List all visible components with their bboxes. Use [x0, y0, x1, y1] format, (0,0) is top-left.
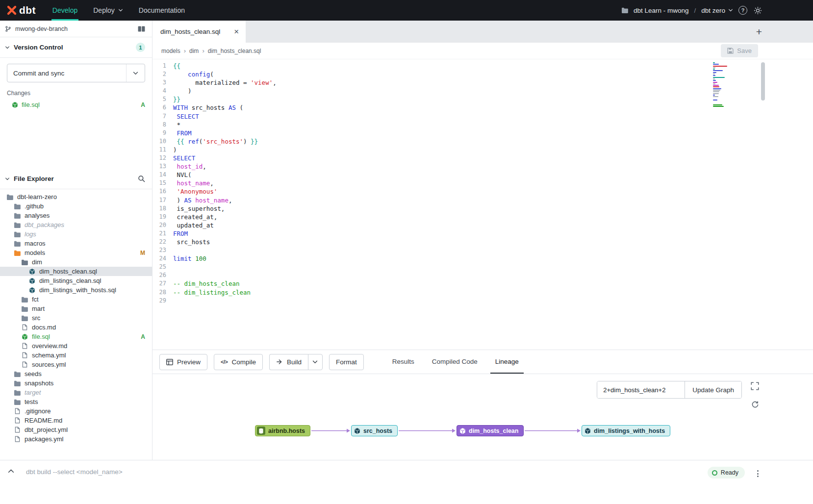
minimap[interactable]: [713, 62, 730, 109]
file-tree-item-dbt-learn-zero[interactable]: dbt-learn-zero: [0, 192, 152, 202]
changed-file-file.sql[interactable]: file.sqlA: [7, 100, 145, 110]
file-tree-item-target[interactable]: target: [0, 388, 152, 397]
file-tree-item-.gitignore[interactable]: .gitignore: [0, 406, 152, 416]
editor-tab[interactable]: dim_hosts_clean.sql ×: [152, 21, 246, 43]
changes-list: file.sqlA: [7, 100, 145, 110]
lineage-node-dim_hosts_clean[interactable]: dim_hosts_clean: [457, 425, 524, 436]
tab-compiled-code[interactable]: Compiled Code: [427, 350, 483, 374]
update-graph-button[interactable]: Update Graph: [685, 381, 741, 398]
compile-button[interactable]: </> Compile: [214, 354, 263, 370]
lineage-selector-group: Update Graph: [597, 381, 742, 399]
gear-icon[interactable]: [754, 6, 762, 15]
code-line-8: 8 *: [152, 121, 813, 129]
lineage-node-airbnb.hosts[interactable]: airbnb.hosts: [255, 425, 310, 436]
command-input[interactable]: dbt build --select <model_name>: [26, 468, 123, 476]
build-split-button: Build: [269, 354, 323, 370]
chevron-down-icon: [5, 177, 10, 180]
editor-scrollbar[interactable]: [761, 62, 765, 101]
code-line-20: 20 updated_at: [152, 221, 813, 229]
file-tree-item-src[interactable]: src: [0, 313, 152, 323]
file-tree-item-dim[interactable]: dim: [0, 257, 152, 267]
reset-view-icon[interactable]: [751, 401, 759, 408]
file-tree-item-tests[interactable]: tests: [0, 397, 152, 406]
file-tree-item-dbt_project.yml[interactable]: dbt_project.yml: [0, 425, 152, 434]
code-line-11: 11): [152, 146, 813, 154]
database-icon: [257, 427, 265, 435]
code-line-7: 7 SELECT: [152, 112, 813, 121]
file-explorer-header[interactable]: File Explorer: [0, 169, 152, 189]
code-line-14: 14 NVL(: [152, 171, 813, 179]
commit-and-sync-button[interactable]: Commit and sync: [7, 64, 145, 82]
folder-icon: [13, 213, 21, 219]
fullscreen-icon[interactable]: [751, 382, 759, 390]
code-line-22: 22 src_hosts: [152, 238, 813, 246]
code-line-19: 19 created_at,: [152, 213, 813, 221]
code-line-26: 26: [152, 271, 813, 279]
file-tree-item-dim_listings_with_hosts.sql[interactable]: dim_listings_with_hosts.sql: [0, 285, 152, 295]
nav-menu: DevelopDeployDocumentation: [45, 0, 193, 21]
search-icon[interactable]: [138, 175, 145, 182]
split-panels-icon[interactable]: [138, 26, 145, 32]
account-name[interactable]: dbt Learn - mwong: [634, 7, 689, 14]
editor-toolbar: Preview </> Compile Build: [152, 350, 813, 374]
format-button[interactable]: Format: [329, 354, 364, 370]
branch-name[interactable]: mwong-dev-branch: [15, 25, 68, 32]
build-options-button[interactable]: [308, 354, 323, 370]
breadcrumb-separator: ›: [202, 47, 204, 54]
kebab-menu-icon[interactable]: [755, 467, 761, 480]
preview-button[interactable]: Preview: [159, 354, 207, 370]
file-tree-item-mart[interactable]: mart: [0, 304, 152, 313]
breadcrumb-item: models: [161, 48, 180, 54]
environment-selector[interactable]: dbt zero: [701, 7, 733, 14]
lineage-node-src_hosts[interactable]: src_hosts: [351, 425, 398, 436]
command-bar: dbt build --select <model_name> Ready: [0, 460, 813, 504]
lineage-selector-input[interactable]: [597, 381, 685, 398]
file-tree-item-README.md[interactable]: README.md: [0, 416, 152, 425]
file-tree-item-snapshots[interactable]: snapshots: [0, 378, 152, 388]
file-tree-item-dim_listings_clean.sql[interactable]: dim_listings_clean.sql: [0, 276, 152, 285]
file-tree-item-fct[interactable]: fct: [0, 295, 152, 304]
preview-label: Preview: [177, 358, 201, 366]
tab-lineage[interactable]: Lineage: [490, 350, 524, 374]
file-tree-item-macros[interactable]: macros: [0, 239, 152, 248]
folder-icon: [21, 297, 28, 302]
help-icon[interactable]: ?: [738, 6, 747, 15]
folder-icon: [21, 259, 28, 265]
file-icon: [21, 352, 28, 358]
file-tree-item-logs[interactable]: logs: [0, 229, 152, 239]
save-button[interactable]: Save: [721, 44, 758, 57]
tab-results[interactable]: Results: [387, 350, 419, 374]
close-icon[interactable]: ×: [234, 27, 239, 36]
code-line-23: 23: [152, 246, 813, 254]
file-tree-item-sources.yml[interactable]: sources.yml: [0, 360, 152, 369]
lineage-node-dim_listings_with_hosts[interactable]: dim_listings_with_hosts: [582, 425, 670, 436]
file-tree-item-dim_hosts_clean.sql[interactable]: dim_hosts_clean.sql: [0, 267, 152, 276]
file-tree-item-packages.yml[interactable]: packages.yml: [0, 434, 152, 444]
build-button[interactable]: Build: [269, 354, 308, 370]
file-tree-item-.github[interactable]: .github: [0, 202, 152, 211]
version-control-header[interactable]: Version Control 1: [0, 37, 152, 58]
model-file-icon: [28, 277, 36, 284]
file-tree-item-analyses[interactable]: analyses: [0, 211, 152, 220]
file-tree-item-schema.yml[interactable]: schema.yml: [0, 351, 152, 360]
branch-row: mwong-dev-branch: [0, 21, 152, 37]
commit-options-chevron-icon[interactable]: [126, 64, 145, 82]
file-tree: dbt-learn-zero.githubanalysesdbt_package…: [0, 189, 152, 460]
file-tree-item-models[interactable]: modelsM: [0, 248, 152, 257]
file-tree-item-overview.md[interactable]: overview.md: [0, 341, 152, 351]
file-tree-item-dbt_packages[interactable]: dbt_packages: [0, 220, 152, 229]
nav-item-develop[interactable]: Develop: [45, 0, 85, 21]
nav-item-deploy[interactable]: Deploy: [85, 0, 131, 21]
new-tab-button[interactable]: +: [752, 26, 766, 38]
code-editor[interactable]: 1{{2 config(3 materialized = 'view',4 )5…: [152, 59, 813, 350]
version-control-title: Version Control: [14, 44, 63, 51]
file-tree-item-docs.md[interactable]: docs.md: [0, 323, 152, 332]
folder-icon: [13, 380, 21, 386]
nav-item-documentation[interactable]: Documentation: [131, 0, 193, 21]
code-line-29: 29: [152, 297, 813, 305]
dbt-logo[interactable]: dbt: [0, 0, 45, 21]
chevron-up-icon[interactable]: [8, 469, 14, 473]
file-tree-item-file.sql[interactable]: file.sqlA: [0, 332, 152, 341]
file-explorer-title: File Explorer: [14, 175, 54, 182]
file-tree-item-seeds[interactable]: seeds: [0, 369, 152, 378]
